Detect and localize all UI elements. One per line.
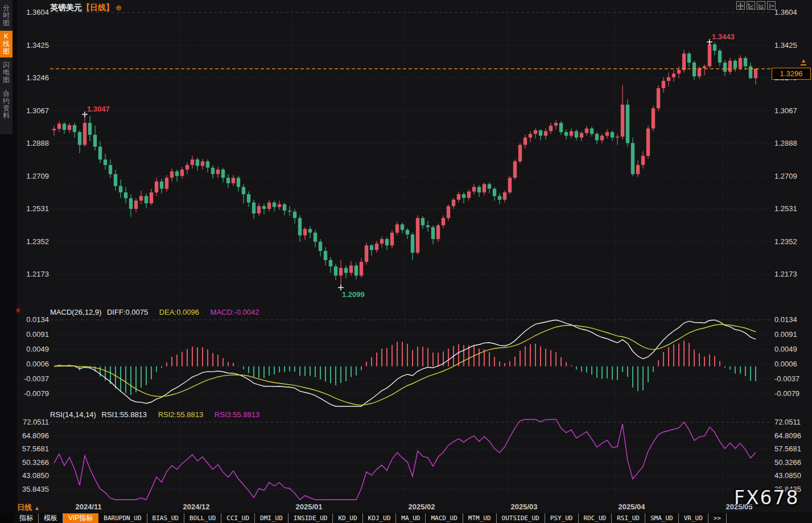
x-axis-date-label: 2025/03 [511,503,538,511]
rsi-axis-label-right: 57.5681 [774,444,809,454]
toolbar-item-13[interactable]: MACD_UD [426,513,463,523]
timeframe-selector[interactable]: 日线▲ [17,503,40,513]
rsi-axis-label-left: 72.0511 [15,418,49,427]
macd-axis-label-left: 0.0006 [15,360,49,369]
price-annotation: 1.3443 [712,32,735,41]
toolbar-item-9[interactable]: INSIDE_UD [288,513,333,523]
rsi-readout: RSI(14,14,14) RSI1:55.8813 RSI2:55.8813 … [50,410,259,419]
price-axis-label-right: 1.3425 [774,41,809,50]
macd-axis-label-left: -0.0079 [15,389,49,398]
price-axis-label-right: 1.2888 [774,139,809,148]
sidebar-item-1[interactable]: 分 时 图 [0,2,13,29]
macd-axis-label-left: 0.0134 [15,315,49,324]
forex-chart-app: 分 时 图K 线 图闪 电 图合 约 资 料 英镑美元【日线】⊕ ✳ MACD(… [0,0,812,523]
x-axis-date-label: 2025/02 [409,503,435,511]
rsi-axis-label-left: 64.8096 [15,431,49,440]
rsi-axis-label-left: 57.5681 [15,444,49,454]
macd-axis-label-right: 0.0134 [774,315,809,324]
rsi-axis-label-right: 50.3266 [774,458,809,467]
price-axis-label-left: 1.3604 [15,8,49,17]
toolbar-item-11[interactable]: KDJ_UD [363,513,397,523]
last-price-tag: 1.3296 [772,68,811,80]
x-axis-date-label: 2025/04 [619,503,645,511]
macd-axis-label-left: -0.0037 [15,374,49,384]
x-axis-date-label: 2024/12 [183,503,210,511]
toolbar-item-3[interactable]: VIP指标 [63,513,98,523]
price-axis-label-right: 1.3604 [774,8,809,17]
price-axis-label-left: 1.3425 [15,41,49,50]
rsi2-value: RSI2:55.8813 [158,410,204,419]
price-axis-label-right: 1.3067 [774,106,809,116]
rsi-axis-label-right: 43.0850 [774,471,809,480]
price-annotation: 1.3047 [87,105,110,113]
price-axis-label-left: 1.2888 [15,139,49,148]
rsi-axis-label-left: 35.8435 [15,485,49,494]
toolbar-item-1[interactable]: 指标 [14,513,39,523]
price-annotation: 1.2099 [342,290,365,299]
toolbar-item-17[interactable]: ROC_UD [579,513,612,523]
rsi-axis-label-right: 64.8096 [774,431,809,440]
chart-canvas[interactable] [0,0,812,523]
symbol-name: 英镑美元 [50,3,82,12]
rsi-axis-label-left: 43.0850 [15,471,49,480]
toolbar-item-18[interactable]: RSI_UD [612,513,645,523]
toolbar-item-21[interactable]: >> [708,513,727,523]
toolbar-item-15[interactable]: OUTSIDE_UD [497,513,545,523]
timeframe-arrow-icon: ▲ [34,505,40,511]
watermark: FX678 [734,487,799,509]
chart-title: 英镑美元【日线】⊕ [50,3,122,13]
toolbar-item-16[interactable]: PSY_UD [545,513,579,523]
toolbar-item-12[interactable]: MA_UD [396,513,426,523]
toolbar-item-14[interactable]: MTM_UD [463,513,497,523]
price-up-arrow-icon: ▲ [801,57,806,65]
toolbar-item-6[interactable]: BOLL_UD [184,513,221,523]
sidebar-item-3[interactable]: 闪 电 图 [0,59,13,86]
macd-axis-label-right: 0.0049 [774,345,809,354]
period-tag: 【日线】 [82,3,114,12]
price-axis-label-right: 1.2173 [774,270,809,279]
toolbar-item-20[interactable]: VR_UD [679,513,708,523]
chart-type-sidebar: 分 时 图K 线 图闪 电 图合 约 资 料 [0,0,13,134]
rsi1-value: RSI1:55.8813 [102,410,147,419]
x-axis-date-label: 2025/01 [296,503,323,511]
toolbar-item-10[interactable]: KD_UD [333,513,362,523]
axis-expand-up-icon[interactable] [747,1,755,10]
axis-expand-right-icon[interactable] [757,1,765,10]
toolbar-item-7[interactable]: CCI_UD [221,513,255,523]
macd-readout: MACD(26,12,9) DIFF:0.0075 DEA:0.0096 MAC… [50,308,259,316]
rsi-axis-label-left: 50.3266 [15,458,49,467]
price-axis-label-right: 1.2531 [774,204,809,213]
sidebar-item-2[interactable]: K 线 图 [0,31,13,57]
price-axis-label-left: 1.2173 [15,270,49,279]
timeframe-label: 日线 [17,503,32,512]
rsi-params-label: RSI(14,14,14) [50,410,96,419]
price-axis-label-left: 1.2709 [15,172,49,181]
toolbar-item-2[interactable]: 模板 [39,513,63,523]
x-axis-date-label: 2024/11 [76,503,102,511]
toolbar-item-4[interactable]: BARUPDN_UD [98,513,147,523]
last-price-value: 1.3296 [780,69,803,78]
sidebar-item-4[interactable]: 合 约 资 料 [0,88,13,122]
chart-layout-icons [736,1,776,10]
toolbar-item-19[interactable]: SMA_UD [645,513,679,523]
price-axis-label-left: 1.2531 [15,204,49,213]
toolbar-item-8[interactable]: DMI_UD [255,513,288,523]
macd-axis-label-left: 0.0091 [15,330,49,339]
macd-axis-label-left: 0.0049 [15,345,49,354]
toolbar-item-5[interactable]: BIAS_UD [147,513,184,523]
pane-expand-icon[interactable] [767,1,776,10]
toolbar-corner-spacer [0,513,14,523]
price-axis-label-left: 1.2352 [15,237,49,246]
macd-hist-value: MACD:-0.0042 [211,308,259,316]
live-blink-icon: ✳ [15,306,21,315]
rsi3-value: RSI3:55.8813 [215,410,260,419]
price-axis-label-left: 1.3246 [15,73,49,83]
macd-axis-label-right: -0.0037 [774,374,809,384]
macd-diff-value: DIFF:0.0075 [107,308,148,316]
price-axis-label-right: 1.2709 [774,172,809,181]
pan-icon[interactable] [736,1,745,10]
macd-axis-label-right: 0.0006 [774,360,809,369]
price-axis-label-right: 1.2352 [774,237,809,246]
crosshair-target-icon[interactable]: ⊕ [116,3,122,12]
rsi-axis-label-right: 72.0511 [774,418,809,427]
